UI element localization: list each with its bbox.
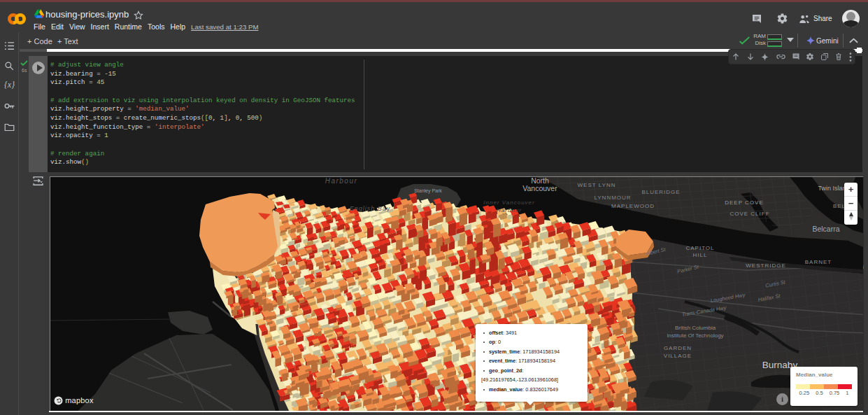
svg-text:Vancouver: Vancouver <box>522 184 557 192</box>
svg-text:COVE CLIFF: COVE CLIFF <box>730 211 769 217</box>
svg-text:MAPLEWOOD: MAPLEWOOD <box>611 203 655 209</box>
svg-text:HILL: HILL <box>693 252 708 258</box>
svg-text:DEEP COVE: DEEP COVE <box>725 199 764 206</box>
svg-text:LYNNMOUR: LYNNMOUR <box>594 195 631 201</box>
svg-text:Inner Vancouver: Inner Vancouver <box>483 199 534 206</box>
svg-text:VILLAGE: VILLAGE <box>664 353 692 359</box>
svg-text:Harbour: Harbour <box>325 177 358 185</box>
svg-text:Po: Po <box>862 264 864 270</box>
svg-text:6s: 6s <box>22 68 27 73</box>
svg-text:WESTRIDGE: WESTRIDGE <box>746 262 785 269</box>
svg-text:GARDEN: GARDEN <box>664 345 692 351</box>
svg-text:Belcarra: Belcarra <box>812 225 839 233</box>
svg-text:BARNET: BARNET <box>805 259 832 265</box>
svg-text:WEST LYNN: WEST LYNN <box>578 182 616 188</box>
svg-text:Institute Of Technology: Institute Of Technology <box>667 332 723 339</box>
svg-text:Stanley Park: Stanley Park <box>414 188 442 194</box>
svg-text:Harbour: Harbour <box>497 207 522 213</box>
svg-text:English Bay: English Bay <box>350 205 391 212</box>
svg-text:BLUERIDGE: BLUERIDGE <box>641 189 680 195</box>
svg-text:British Columbia: British Columbia <box>675 325 716 331</box>
svg-text:CAPITOL: CAPITOL <box>685 245 714 251</box>
